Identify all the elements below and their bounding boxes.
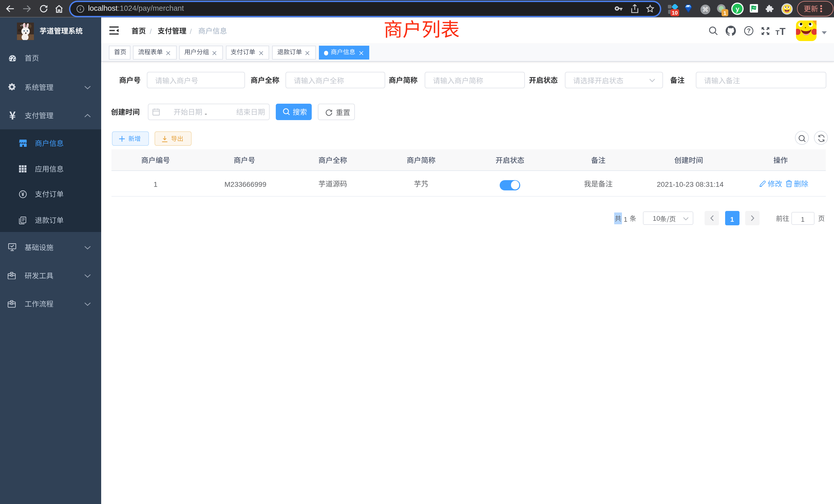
- svg-text:y: y: [736, 5, 740, 13]
- svg-text:⌘: ⌘: [702, 6, 709, 13]
- svg-text:10: 10: [672, 10, 678, 16]
- svg-text:1: 1: [723, 10, 726, 16]
- svg-text:?: ?: [747, 27, 750, 34]
